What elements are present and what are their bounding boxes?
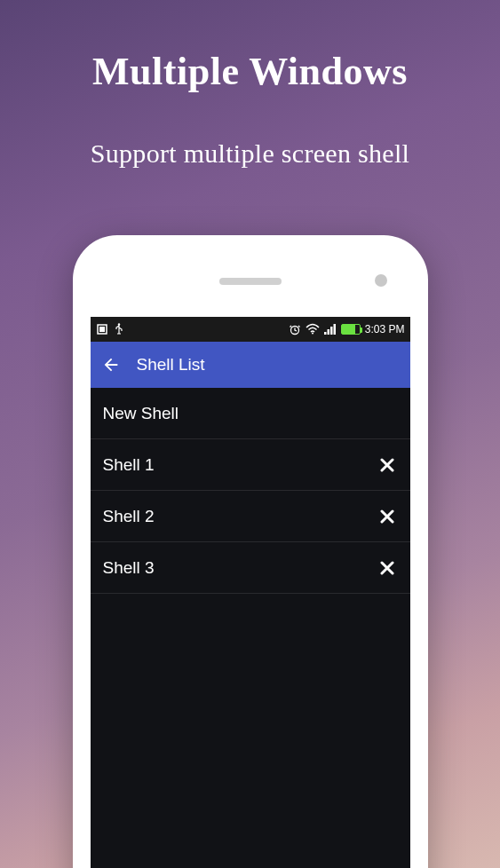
screenshot-icon (96, 323, 108, 335)
svg-point-2 (117, 323, 119, 325)
shell-list-item[interactable]: Shell 2 (91, 491, 410, 542)
shell-item-label: Shell 1 (103, 455, 155, 475)
signal-icon (324, 324, 337, 335)
usb-icon (114, 323, 124, 335)
app-bar: Shell List (91, 342, 410, 388)
status-left (96, 323, 124, 335)
svg-rect-8 (333, 324, 336, 335)
shell-list-item[interactable]: Shell 1 (91, 439, 410, 491)
shell-item-label: Shell 3 (103, 558, 155, 578)
status-time: 3:03 PM (365, 323, 405, 335)
status-right: 3:03 PM (289, 323, 405, 335)
status-bar: 3:03 PM (91, 317, 410, 342)
phone-speaker (219, 278, 282, 285)
battery-icon (341, 324, 361, 335)
app-bar-title: Shell List (137, 355, 205, 375)
promo-subtitle: Support multiple screen shell (0, 138, 500, 169)
back-button[interactable] (101, 355, 121, 375)
svg-point-4 (312, 333, 313, 335)
shell-list: New Shell Shell 1 Shell 2 Shell 3 (91, 388, 410, 594)
close-shell-button[interactable] (377, 454, 398, 476)
close-shell-button[interactable] (377, 506, 398, 527)
promo-title: Multiple Windows (0, 49, 500, 94)
wifi-icon (306, 323, 320, 335)
alarm-icon (289, 323, 301, 335)
phone-bezel-top (73, 235, 428, 317)
svg-rect-5 (324, 332, 327, 335)
shell-item-label: Shell 2 (103, 507, 155, 526)
phone-screen: 3:03 PM Shell List New Shell Shell 1 She… (91, 317, 410, 868)
svg-rect-6 (327, 329, 329, 335)
phone-frame: 3:03 PM Shell List New Shell Shell 1 She… (73, 235, 428, 868)
svg-rect-1 (99, 327, 105, 332)
svg-rect-7 (330, 327, 333, 335)
new-shell-item[interactable]: New Shell (91, 388, 410, 439)
phone-camera (375, 274, 387, 287)
close-shell-button[interactable] (377, 557, 398, 579)
shell-list-item[interactable]: Shell 3 (91, 542, 410, 594)
new-shell-label: New Shell (103, 404, 179, 423)
